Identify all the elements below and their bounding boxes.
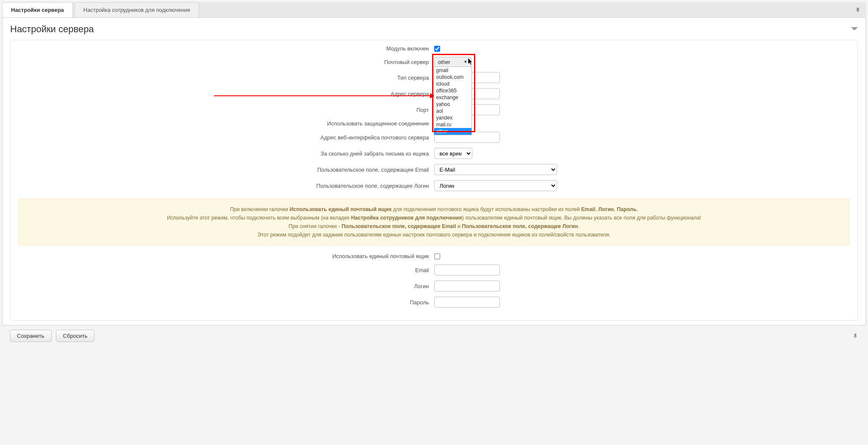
module-enabled-label: Модуль включен — [18, 45, 434, 52]
server-type-label: Тип сервера — [18, 75, 434, 81]
option-yahoo[interactable]: yahoo — [434, 101, 471, 108]
reset-button[interactable]: Сбросить — [56, 330, 95, 342]
option-yandex[interactable]: yandex — [434, 114, 471, 121]
mail-server-select-wrap: other ▼ gmail outlook.com icloud office3… — [434, 57, 471, 67]
option-office365[interactable]: office365 — [434, 87, 471, 94]
days-fetch-label: За сколько дней забрать письма из ящика — [18, 150, 434, 157]
option-exchange[interactable]: exchange — [434, 94, 471, 101]
pin-icon[interactable] — [855, 7, 861, 14]
mail-server-select[interactable]: other ▼ — [434, 57, 471, 67]
single-mailbox-label: Использовать единый почтовый ящик — [18, 253, 434, 259]
login-input[interactable] — [434, 281, 500, 292]
tabs-bar: Настройки сервера Настройка сотрудников … — [2, 2, 866, 18]
footer: Сохранить Сбросить — [2, 325, 866, 346]
save-button[interactable]: Сохранить — [10, 330, 52, 342]
module-enabled-checkbox[interactable] — [434, 46, 440, 52]
pin-icon[interactable] — [852, 333, 858, 340]
email-label: Email — [18, 267, 434, 273]
email-input[interactable] — [434, 264, 500, 275]
option-aol[interactable]: aol — [434, 108, 471, 114]
panel-header: Настройки сервера — [3, 18, 865, 40]
web-interface-label: Адрес веб-интерфейса почтового сервера — [18, 134, 434, 141]
secure-conn-label: Использовать защищенное соединение — [18, 120, 434, 127]
email-field-select[interactable]: E-Mail — [434, 164, 557, 175]
panel-body: Модуль включен Почтовый сервер other ▼ — [10, 40, 858, 321]
login-field-label: Пользовательское поле, содержащее Логин — [18, 183, 434, 189]
option-icloud[interactable]: icloud — [434, 81, 471, 87]
collapse-icon[interactable] — [851, 26, 858, 33]
option-outlook[interactable]: outlook.com — [434, 74, 471, 81]
mail-server-selected-value: other — [438, 59, 451, 65]
tab-employee-settings[interactable]: Настройка сотрудников для подключения — [75, 2, 199, 17]
server-address-label: Адрес сервера — [18, 91, 434, 97]
option-mailru[interactable]: mail.ru — [434, 121, 471, 128]
mail-server-dropdown: gmail outlook.com icloud office365 excha… — [434, 67, 472, 135]
tab-server-settings[interactable]: Настройки сервера — [2, 2, 73, 17]
panel: Настройки сервера Модуль включен Почтовы… — [2, 18, 866, 325]
days-fetch-select[interactable]: все время — [434, 148, 472, 159]
chevron-down-icon: ▼ — [464, 60, 468, 64]
mail-server-label: Почтовый сервер — [18, 59, 434, 65]
port-label: Порт — [18, 107, 434, 113]
password-label: Пароль — [18, 299, 434, 306]
email-field-label: Пользовательское поле, содержащее Email — [18, 167, 434, 173]
login-field-select[interactable]: Логин — [434, 180, 557, 191]
info-box: При включении галочки Использовать едины… — [18, 199, 850, 245]
password-input[interactable] — [434, 297, 500, 308]
option-other[interactable]: other — [434, 128, 471, 135]
page-title: Настройки сервера — [10, 24, 94, 35]
login-label: Логин — [18, 283, 434, 289]
option-gmail[interactable]: gmail — [434, 67, 471, 74]
single-mailbox-checkbox[interactable] — [434, 253, 440, 259]
